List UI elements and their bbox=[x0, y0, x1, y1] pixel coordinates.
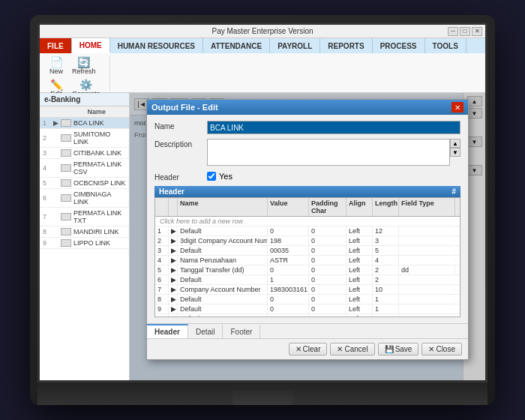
sidebar-item-permata-link-csv[interactable]: 4 PERMATA LINK CSV bbox=[40, 159, 129, 178]
sidebar-item-label: CIMBNIAGA LINK bbox=[74, 190, 126, 206]
grid-cell-name: Default bbox=[178, 275, 268, 284]
scroll-up-button[interactable]: ▲ bbox=[450, 139, 460, 148]
tab-header[interactable]: Header bbox=[147, 324, 188, 338]
modal-tabs: Header Detail Footer bbox=[147, 323, 468, 338]
grid-new-row-hint[interactable]: Click here to add a new row bbox=[155, 217, 460, 226]
tab-tools[interactable]: TOOLS bbox=[425, 38, 466, 53]
sidebar-item-bca-link[interactable]: 1 ▶ BCA LINK bbox=[40, 118, 129, 129]
sidebar-item-cimbniaga-link[interactable]: 6 CIMBNIAGA LINK bbox=[40, 189, 129, 208]
ribbon: FILE HOME HUMAN RESOURCES ATTENDANCE PAY… bbox=[40, 38, 485, 93]
table-row[interactable]: 6 ▶ Default 1 0 Left 2 bbox=[155, 275, 460, 285]
sidebar-item-mandiri-link[interactable]: 8 MANDIRI LINK bbox=[40, 226, 129, 238]
tab-process[interactable]: PROCESS bbox=[373, 38, 425, 53]
grid-cell-align: Left bbox=[346, 266, 373, 274]
generate-icon: ⚙️ bbox=[80, 80, 92, 90]
grid-cell-padding: 0 bbox=[309, 304, 346, 314]
close-icon: ✕ bbox=[428, 345, 434, 353]
modal-title: Output File - Edit bbox=[152, 103, 218, 112]
close-button[interactable]: ✕ bbox=[472, 27, 482, 36]
grid-cell-fieldtype bbox=[399, 298, 455, 300]
form-row-description: Description ▲ ▼ bbox=[154, 139, 460, 167]
name-label: Name bbox=[154, 121, 207, 130]
close-button[interactable]: ✕ Close bbox=[422, 343, 462, 356]
tab-file[interactable]: FILE bbox=[40, 38, 72, 53]
grid-cell-name: Company Account Number bbox=[178, 285, 268, 294]
clear-button[interactable]: ✕ Clear bbox=[289, 343, 328, 356]
sidebar-row-num: 8 bbox=[43, 228, 52, 236]
sidebar-row-num: 5 bbox=[43, 179, 52, 187]
sidebar-item-citibank-link[interactable]: 3 CITIBANK LINK bbox=[40, 148, 129, 159]
table-row[interactable]: 1 ▶ Default 0 0 Left 12 bbox=[155, 226, 460, 236]
tab-human-resources[interactable]: HUMAN RESOURCES bbox=[110, 38, 203, 53]
grid-cell-length: 2 bbox=[373, 314, 399, 316]
grid-cell-align: Left bbox=[346, 226, 373, 236]
form-row-name: Name bbox=[154, 121, 460, 134]
save-label: Save bbox=[395, 345, 412, 353]
modal-body: Name Description ▲ ▼ bbox=[147, 115, 468, 323]
sidebar-item-icon bbox=[61, 228, 71, 236]
cancel-button[interactable]: ✕ Cancel bbox=[330, 343, 374, 356]
ribbon-group-action: 📄 New 🔄 Refresh ✏️ Edit bbox=[43, 55, 110, 91]
header-checkbox[interactable] bbox=[207, 172, 216, 181]
grid-cell-expand: ▶ bbox=[169, 236, 178, 245]
window-controls: ─ □ ✕ bbox=[448, 27, 482, 36]
grid-cell-align: Left bbox=[346, 246, 373, 255]
main-area: e-Banking Name 1 ▶ BCA LINK 2 SUMITOMO L… bbox=[40, 93, 485, 380]
name-input[interactable] bbox=[207, 121, 460, 134]
tab-footer[interactable]: Footer bbox=[223, 324, 260, 338]
grid-cell-length: 4 bbox=[373, 256, 399, 265]
tab-home[interactable]: HOME bbox=[72, 38, 110, 53]
grid-cell-align: Left bbox=[346, 304, 373, 314]
description-label: Description bbox=[154, 139, 207, 148]
grid-cell-align: Left bbox=[346, 295, 373, 304]
sidebar-row-num: 7 bbox=[43, 213, 52, 220]
save-button[interactable]: 💾 Save bbox=[378, 343, 419, 356]
scroll-down-button[interactable]: ▼ bbox=[450, 148, 460, 157]
sidebar-item-label: SUMITOMO LINK bbox=[74, 130, 126, 146]
tab-detail[interactable]: Detail bbox=[188, 324, 224, 338]
table-row[interactable]: 7 ▶ Company Account Number 1983003161 0 … bbox=[155, 285, 460, 295]
table-row[interactable]: 8 ▶ Default 0 0 Left 1 bbox=[155, 295, 460, 304]
grid-cell-align: Left bbox=[346, 285, 373, 294]
table-row[interactable]: 10 ▶ Default MF 0 Left 2 bbox=[155, 314, 460, 316]
modal-actions: ✕ Clear ✕ Cancel 💾 Save bbox=[147, 338, 468, 359]
tab-attendance[interactable]: ATTENDANCE bbox=[203, 38, 270, 53]
table-row[interactable]: 2 ▶ 3digit Company Account Number 198 0 … bbox=[155, 236, 460, 246]
minimize-button[interactable]: ─ bbox=[448, 27, 458, 36]
grid-cell-padding: 0 bbox=[309, 246, 346, 255]
sidebar-item-ocbcnisp-link[interactable]: 5 OCBCNISP LINK bbox=[40, 178, 129, 189]
grid-cell-num: 4 bbox=[155, 256, 169, 265]
refresh-icon: 🔄 bbox=[77, 57, 90, 68]
table-row[interactable]: 5 ▶ Tanggal Transfer (dd) 0 0 Left 2 dd bbox=[155, 266, 460, 275]
grid-container: Name Value Padding Char Align Length Fie… bbox=[154, 197, 460, 317]
sidebar-row-num: 1 bbox=[43, 119, 52, 127]
grid-cell-name: Default bbox=[178, 246, 268, 255]
grid-cell-expand: ▶ bbox=[169, 246, 178, 255]
tab-reports[interactable]: REPORTS bbox=[320, 38, 372, 53]
edit-icon: ✏️ bbox=[50, 80, 63, 90]
table-row[interactable]: 3 ▶ Default 00035 0 Left 5 bbox=[155, 246, 460, 256]
maximize-button[interactable]: □ bbox=[460, 27, 470, 36]
new-button[interactable]: 📄 New bbox=[46, 55, 67, 77]
sidebar-item-sumitomo-link[interactable]: 2 SUMITOMO LINK bbox=[40, 129, 129, 148]
refresh-button[interactable]: 🔄 Refresh bbox=[68, 55, 100, 77]
grid-cell-padding: 0 bbox=[309, 285, 346, 294]
sidebar-row-num: 4 bbox=[43, 164, 52, 172]
grid-cell-fieldtype bbox=[399, 308, 455, 310]
grid-cell-num: 9 bbox=[155, 304, 169, 314]
table-row[interactable]: 9 ▶ Default 0 0 Left 1 bbox=[155, 304, 460, 314]
sidebar-row-num: 2 bbox=[43, 134, 52, 142]
save-icon: 💾 bbox=[385, 345, 394, 353]
modal-close-button[interactable]: ✕ bbox=[452, 102, 464, 112]
sidebar-item-permata-link-txt[interactable]: 7 PERMATA LINK TXT bbox=[40, 208, 129, 226]
table-row[interactable]: 4 ▶ Nama Perusahaan ASTR 0 Left 4 bbox=[155, 256, 460, 266]
description-textarea[interactable] bbox=[207, 139, 450, 166]
grid-cell-fieldtype bbox=[399, 250, 455, 251]
section-header: Header # bbox=[154, 186, 460, 197]
ribbon-tab-bar: FILE HOME HUMAN RESOURCES ATTENDANCE PAY… bbox=[40, 38, 485, 53]
sidebar-item-lippo-link[interactable]: 9 LIPPO LINK bbox=[40, 238, 129, 249]
cancel-icon: ✕ bbox=[337, 345, 343, 353]
grid-cell-align: Left bbox=[346, 236, 373, 245]
grid-col-name: Name bbox=[178, 198, 268, 216]
tab-payroll[interactable]: PAYROLL bbox=[270, 38, 320, 53]
